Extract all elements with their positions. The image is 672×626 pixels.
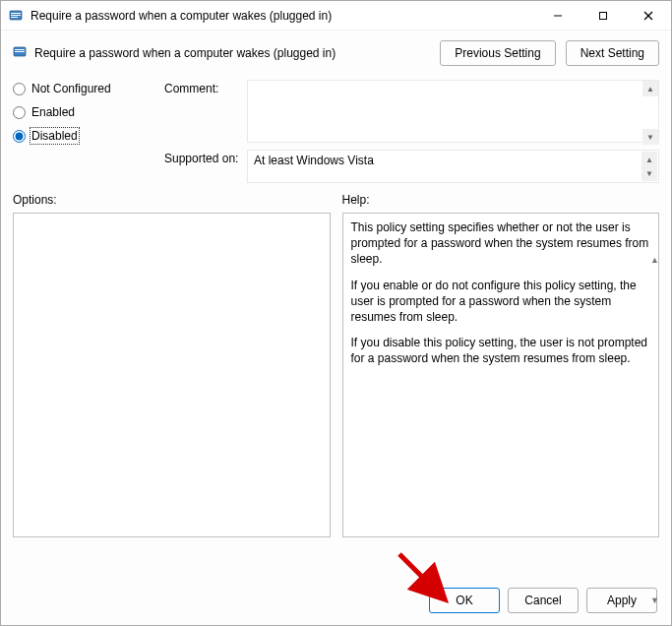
radio-not-configured-input[interactable] bbox=[13, 83, 26, 95]
policy-icon bbox=[13, 44, 29, 63]
scroll-up-icon[interactable]: ▲ bbox=[642, 81, 658, 96]
radio-enabled-input[interactable] bbox=[13, 106, 26, 119]
settings-grid: Not Configured Enabled Disabled Comment:… bbox=[1, 70, 671, 183]
radio-enabled-label: Enabled bbox=[31, 105, 75, 119]
ok-button[interactable]: OK bbox=[429, 588, 500, 613]
outer-scrollbar: ▲ ▼ bbox=[650, 255, 664, 605]
window-controls bbox=[535, 1, 671, 30]
svg-rect-3 bbox=[11, 17, 18, 18]
policy-name-label: Require a password when a computer wakes… bbox=[34, 46, 336, 60]
options-pane bbox=[13, 213, 331, 537]
radio-disabled[interactable]: Disabled bbox=[13, 129, 160, 143]
svg-rect-5 bbox=[600, 12, 607, 19]
maximize-button[interactable] bbox=[580, 1, 626, 30]
content-area: Require a password when a computer wakes… bbox=[1, 31, 671, 625]
comment-label: Comment: bbox=[164, 80, 243, 95]
supported-on-label: Supported on: bbox=[164, 150, 243, 165]
svg-rect-1 bbox=[11, 13, 21, 14]
state-radio-group: Not Configured Enabled Disabled bbox=[13, 80, 160, 143]
policy-editor-window: Require a password when a computer wakes… bbox=[0, 0, 672, 626]
nav-buttons: Previous Setting Next Setting bbox=[440, 40, 659, 66]
lower-panes: Options: Help: This policy setting speci… bbox=[1, 183, 671, 578]
radio-not-configured[interactable]: Not Configured bbox=[13, 82, 160, 95]
window-title: Require a password when a computer wakes… bbox=[31, 9, 535, 23]
supported-on-field: At least Windows Vista ▲ ▼ bbox=[247, 150, 659, 183]
outer-scroll-down-icon[interactable]: ▼ bbox=[650, 595, 664, 605]
svg-rect-2 bbox=[11, 15, 21, 16]
cancel-button[interactable]: Cancel bbox=[508, 588, 579, 613]
next-setting-button[interactable]: Next Setting bbox=[566, 40, 659, 66]
header-row: Require a password when a computer wakes… bbox=[1, 31, 671, 70]
help-column: Help: This policy setting specifies whet… bbox=[342, 193, 660, 578]
comment-textarea[interactable] bbox=[247, 80, 659, 143]
svg-rect-10 bbox=[15, 51, 25, 52]
help-paragraph-1: This policy setting specifies whether or… bbox=[351, 219, 651, 268]
minimize-button[interactable] bbox=[535, 1, 580, 30]
supported-on-value: At least Windows Vista bbox=[254, 154, 374, 167]
radio-not-configured-label: Not Configured bbox=[31, 82, 111, 95]
options-label: Options: bbox=[13, 193, 331, 207]
previous-setting-button[interactable]: Previous Setting bbox=[440, 40, 555, 66]
help-label: Help: bbox=[342, 193, 660, 207]
help-pane: This policy setting specifies whether or… bbox=[342, 213, 660, 537]
svg-rect-9 bbox=[15, 49, 25, 50]
bottom-button-bar: OK Cancel Apply bbox=[1, 578, 671, 625]
scroll-down-icon[interactable]: ▼ bbox=[642, 129, 658, 145]
radio-disabled-label: Disabled bbox=[31, 129, 78, 143]
policy-title-row: Require a password when a computer wakes… bbox=[13, 44, 440, 63]
radio-enabled[interactable]: Enabled bbox=[13, 105, 160, 119]
titlebar: Require a password when a computer wakes… bbox=[1, 1, 671, 31]
close-button[interactable] bbox=[626, 1, 671, 30]
help-paragraph-2: If you enable or do not configure this p… bbox=[351, 278, 651, 326]
help-paragraph-3: If you disable this policy setting, the … bbox=[351, 335, 651, 366]
policy-app-icon bbox=[9, 8, 25, 24]
apply-button[interactable]: Apply bbox=[586, 588, 657, 613]
outer-scroll-up-icon[interactable]: ▲ bbox=[650, 255, 664, 265]
radio-disabled-input[interactable] bbox=[13, 130, 26, 143]
options-column: Options: bbox=[13, 193, 331, 578]
scroll-down-icon[interactable]: ▼ bbox=[641, 165, 657, 181]
